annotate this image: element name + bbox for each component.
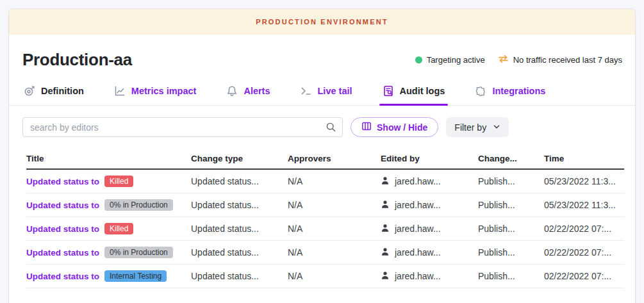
status-badge: Internal Testing [104, 270, 167, 282]
time-cell: 05/23/2022 11:3... [544, 176, 624, 186]
change-type-cell: Updated status... [191, 271, 288, 281]
tab[interactable]: Live tail [301, 85, 352, 105]
person-icon [381, 200, 390, 211]
change-cell: Publish... [478, 224, 544, 234]
environment-banner-label: PRODUCTION ENVIRONMENT [256, 18, 388, 26]
edited-by-cell: jared.haw... [381, 200, 478, 211]
change-cell: Publish... [478, 247, 544, 258]
audit-log-icon [383, 85, 394, 97]
table-row[interactable]: Updated status to Killed Updated status.… [26, 217, 624, 241]
environment-banner: PRODUCTION ENVIRONMENT [9, 9, 635, 35]
chevron-down-icon [493, 122, 500, 133]
metrics-chart-icon [114, 85, 126, 97]
audit-entry-link[interactable]: Updated status to [26, 224, 99, 234]
change-type-cell: Updated status... [191, 224, 288, 234]
tab[interactable]: Definition [24, 85, 84, 105]
change-type-cell: Updated status... [191, 176, 288, 186]
filter-by-button[interactable]: Filter by [446, 117, 509, 137]
approvers-cell: N/A [288, 224, 381, 234]
targeting-status: Targeting active [415, 55, 485, 65]
show-hide-button[interactable]: Show / Hide [351, 117, 438, 137]
target-edit-icon [24, 85, 35, 97]
approvers-cell: N/A [288, 271, 381, 281]
person-icon [381, 176, 390, 187]
time-cell: 05/23/2022 11:3... [544, 200, 624, 210]
audit-entry-link[interactable]: Updated status to [26, 248, 99, 258]
person-icon [381, 224, 390, 234]
page-title: Production-aa [22, 50, 132, 70]
search-input[interactable] [22, 117, 343, 137]
table-row[interactable]: Updated status to 0% in Production Updat… [26, 193, 624, 217]
green-dot-icon [415, 56, 422, 63]
title-cell: Updated status to Killed [26, 223, 191, 234]
edited-by-cell: jared.haw... [381, 224, 478, 234]
change-cell: Publish... [478, 176, 544, 186]
title-cell: Updated status to 0% in Production [26, 247, 191, 258]
tab[interactable]: Audit logs [383, 85, 445, 105]
table-row[interactable]: Updated status to Internal Testing Updat… [26, 265, 624, 288]
traffic-status-label: No traffic received last 7 days [513, 55, 622, 65]
tab-label: Audit logs [400, 86, 445, 96]
edited-by-cell: jared.haw... [381, 176, 478, 187]
approvers-cell: N/A [288, 200, 381, 210]
search-icon [326, 122, 336, 135]
time-cell: 02/22/2022 07:... [544, 247, 624, 258]
edited-by-name: jared.haw... [395, 176, 441, 186]
tab-label: Definition [41, 86, 84, 96]
tab-label: Integrations [492, 86, 545, 96]
tab[interactable]: Metrics impact [114, 85, 197, 105]
status-badge: 0% in Production [104, 199, 173, 211]
time-cell: 02/22/2022 07:... [544, 224, 624, 234]
search-box [22, 117, 343, 137]
audit-entry-link[interactable]: Updated status to [26, 177, 99, 186]
edited-by-cell: jared.haw... [381, 271, 478, 282]
edited-by-name: jared.haw... [395, 271, 441, 281]
title-cell: Updated status to Killed [26, 176, 191, 187]
edited-by-name: jared.haw... [395, 224, 441, 234]
edited-by-cell: jared.haw... [381, 247, 478, 258]
filter-by-label: Filter by [454, 122, 486, 133]
approvers-cell: N/A [288, 176, 381, 186]
person-icon [381, 271, 390, 282]
tab[interactable]: Alerts [226, 85, 270, 105]
show-hide-label: Show / Hide [377, 122, 427, 133]
audit-entry-link[interactable]: Updated status to [26, 201, 99, 210]
status-badge: Killed [104, 223, 133, 234]
change-cell: Publish... [478, 271, 544, 281]
status-row: Targeting active No traffic received las… [415, 54, 622, 65]
traffic-status: No traffic received last 7 days [498, 54, 622, 65]
table-column-header: Change type [191, 154, 288, 163]
puzzle-icon [475, 85, 486, 97]
change-type-cell: Updated status... [191, 200, 288, 210]
columns-icon [361, 121, 372, 133]
table-row[interactable]: Updated status to 0% in Production Updat… [26, 241, 624, 265]
audit-entry-link[interactable]: Updated status to [26, 272, 99, 281]
status-badge: 0% in Production [104, 247, 173, 258]
title-cell: Updated status to Internal Testing [26, 270, 191, 282]
table-column-header: Approvers [288, 154, 381, 163]
table-column-header: Title [26, 154, 191, 163]
tab-label: Metrics impact [131, 86, 197, 96]
toolbar: Show / Hide Filter by [9, 106, 635, 146]
bell-icon [226, 85, 238, 97]
table-column-header: Time [544, 154, 624, 163]
table-column-header: Edited by [381, 154, 478, 163]
terminal-icon [301, 85, 312, 97]
approvers-cell: N/A [288, 247, 381, 258]
status-badge: Killed [104, 176, 133, 187]
edited-by-name: jared.haw... [395, 247, 441, 258]
table-column-header: Change... [478, 154, 544, 163]
tab-bar: Definition Metrics impact Alerts Live ta… [9, 85, 635, 106]
tab[interactable]: Integrations [475, 85, 545, 105]
change-type-cell: Updated status... [191, 247, 288, 258]
time-cell: 02/22/2022 07:... [544, 271, 624, 281]
edited-by-name: jared.haw... [395, 200, 441, 210]
tab-label: Alerts [244, 86, 270, 96]
tab-label: Live tail [318, 86, 352, 96]
environment-card: PRODUCTION ENVIRONMENT Production-aa Tar… [8, 8, 636, 303]
table-row[interactable]: Updated status to Killed Updated status.… [26, 170, 624, 193]
traffic-arrows-icon [498, 54, 509, 65]
audit-log-table: Title Change type Approvers Edited by Ch… [26, 149, 624, 288]
table-header-row: Title Change type Approvers Edited by Ch… [26, 149, 624, 170]
title-cell: Updated status to 0% in Production [26, 199, 191, 211]
